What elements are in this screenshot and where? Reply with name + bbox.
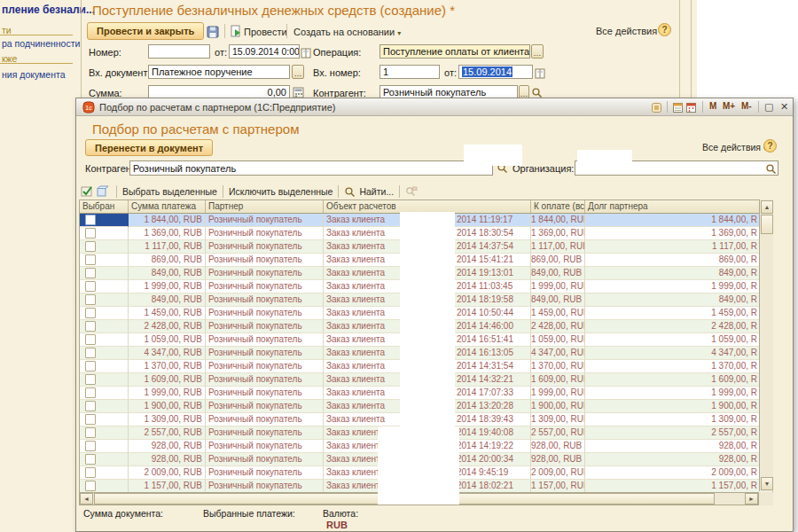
post-document-icon[interactable] [230, 25, 242, 41]
close-button[interactable]: ✕ [780, 102, 788, 112]
column-header-object[interactable]: Объект расчетов [324, 200, 531, 213]
partner-cell: Розничный покупатель [206, 333, 324, 347]
create-on-basis-button[interactable]: Создать на основании ▾ [293, 27, 401, 37]
scroll-down-button[interactable]: ▼ [761, 477, 773, 490]
column-header-partner[interactable]: Партнер [206, 200, 324, 213]
all-actions-button[interactable]: Все действия ▾ [702, 142, 767, 153]
column-header-debt[interactable]: Долг партнера [585, 200, 760, 213]
partner-cell: Розничный покупатель [206, 373, 324, 387]
find-button[interactable]: Найти... [359, 186, 394, 197]
sidebar-link-document[interactable]: ния документа [2, 69, 65, 80]
object-label: Заказ клиента [326, 321, 385, 331]
row-checkbox[interactable] [85, 294, 96, 305]
window-splitter[interactable] [691, 0, 692, 98]
column-header-to-pay[interactable]: К оплате (вс... [531, 200, 585, 213]
row-checkbox[interactable] [85, 308, 96, 318]
amount-cell: 849,00, RUB [129, 267, 206, 280]
date-field[interactable]: 15.09.2014 0:00:00 [229, 44, 300, 59]
help-button[interactable]: ? [658, 23, 671, 36]
window-settings-icon[interactable] [651, 101, 663, 113]
post-button[interactable]: Провести [244, 27, 287, 37]
object-date: 2014 14:37:54 [457, 241, 513, 252]
row-checkbox[interactable] [85, 374, 96, 385]
incoming-num-field[interactable]: 1 [379, 65, 440, 79]
row-checkbox[interactable] [85, 441, 96, 451]
row-checkbox[interactable] [85, 228, 96, 239]
incoming-doc-select-button[interactable]: … [292, 65, 304, 79]
row-checkbox[interactable] [85, 334, 96, 345]
help-button[interactable]: ? [763, 139, 777, 153]
all-actions-label: Все действия [702, 142, 761, 153]
incoming-doc-field[interactable]: Платежное поручение [148, 65, 290, 79]
scale-plus-button[interactable]: М+ [723, 101, 735, 111]
row-checkbox[interactable] [85, 387, 96, 398]
select-all-icon[interactable] [81, 185, 93, 198]
journal-icon[interactable] [301, 46, 311, 62]
selected-cell [80, 347, 129, 360]
row-checkbox[interactable] [85, 281, 96, 292]
dialog-titlebar[interactable]: 1с Подбор по расчетам с партнером (1С:Пр… [76, 98, 793, 116]
select-highlighted-button[interactable]: Выбрать выделенные [122, 186, 217, 197]
object-date: 2014 18:19:58 [457, 294, 513, 305]
clear-find-icon[interactable] [405, 185, 418, 198]
calculator-icon[interactable] [685, 101, 698, 113]
contractor-field[interactable]: Розничный покупатель [129, 160, 493, 176]
scroll-up-button[interactable]: ▲ [761, 200, 773, 214]
scroll-right-button[interactable]: ► [745, 493, 758, 505]
journal-icon[interactable] [535, 66, 545, 82]
all-actions-button[interactable]: Все действия ▾ [596, 26, 663, 36]
to-pay-cell: 1 117,00, RUB [531, 240, 585, 254]
row-checkbox[interactable] [85, 241, 96, 252]
debt-cell: 1 999,00, R [585, 280, 760, 293]
toolbar-separator [116, 185, 117, 198]
calendar-icon[interactable] [672, 101, 685, 113]
window-splitter[interactable] [679, 0, 680, 98]
object-label: Заказ клиента [326, 427, 385, 437]
scale-minus-button[interactable]: М- [741, 101, 752, 111]
row-checkbox[interactable] [85, 427, 96, 438]
column-header-amount[interactable]: Сумма платежа [129, 200, 206, 213]
clear-selection-icon[interactable] [96, 185, 108, 198]
scroll-left-button[interactable]: ◄ [80, 493, 93, 505]
object-label: Заказ клиента [326, 481, 385, 490]
object-date: 2014 20:00:34 [457, 454, 513, 465]
row-checkbox[interactable] [85, 321, 96, 332]
row-checkbox[interactable] [85, 254, 96, 265]
row-checkbox[interactable] [85, 361, 96, 372]
toolbar-separator [399, 185, 400, 198]
object-label: Заказ клиента [326, 228, 385, 238]
exclude-highlighted-button[interactable]: Исключить выделенные [229, 186, 333, 197]
row-checkbox[interactable] [85, 454, 96, 465]
search-icon[interactable] [764, 162, 777, 176]
operation-field[interactable]: Поступление оплаты от клиента [379, 44, 530, 59]
row-checkbox[interactable] [85, 414, 96, 425]
row-checkbox[interactable] [85, 481, 96, 491]
sidebar-link-subordination[interactable]: ра подчиненности [2, 38, 80, 49]
operation-select-button[interactable]: … [531, 44, 544, 59]
number-field[interactable] [148, 44, 210, 59]
transfer-to-document-button[interactable]: Перенести в документ [85, 139, 213, 156]
row-checkbox[interactable] [85, 215, 96, 225]
find-icon[interactable] [344, 185, 356, 198]
amount-cell: 2 009,00, RUB [129, 466, 206, 480]
selected-cell [80, 333, 129, 347]
selected-cell [80, 466, 129, 480]
row-checkbox[interactable] [85, 268, 96, 278]
maximize-button[interactable]: ▢ [764, 102, 773, 112]
incoming-date-field[interactable]: 15.09.2014 [458, 65, 533, 79]
post-and-close-button[interactable]: Провести и закрыть [87, 22, 204, 40]
debt-cell: 928,00, R [585, 440, 760, 453]
row-checkbox[interactable] [85, 467, 96, 478]
vertical-scrollbar[interactable]: ▲ ▼ [759, 200, 773, 491]
scale-normal-button[interactable]: М [709, 101, 716, 111]
object-date: 2014 14:46:00 [457, 321, 513, 332]
save-icon[interactable] [207, 26, 219, 42]
row-checkbox[interactable] [85, 401, 96, 411]
amount-cell: 1 999,00, RUB [129, 387, 206, 400]
object-date: 2014 13:20:28 [457, 401, 513, 411]
column-header-selected[interactable]: Выбран [80, 200, 129, 213]
row-checkbox[interactable] [85, 348, 96, 358]
vertical-scrollbar-thumb[interactable] [761, 215, 773, 234]
amount-cell: 1 459,00, RUB [129, 307, 206, 320]
object-label: Заказ клиента [326, 241, 385, 251]
